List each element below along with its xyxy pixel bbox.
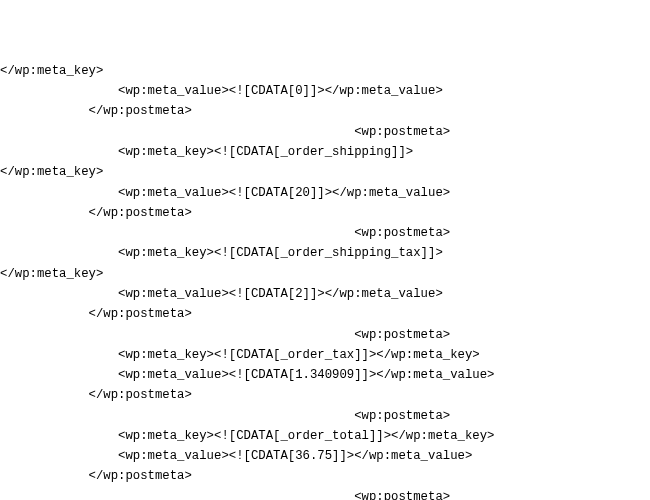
code-line: <wp:meta_key><![CDATA[_order_shipping_ta… xyxy=(0,243,650,263)
xml-code-block: </wp:meta_key> <wp:meta_value><![CDATA[0… xyxy=(0,61,650,500)
code-line: </wp:meta_key> xyxy=(0,162,650,182)
code-line: <wp:postmeta> xyxy=(0,406,650,426)
code-line: <wp:meta_value><![CDATA[1.340909]]></wp:… xyxy=(0,365,650,385)
code-line: </wp:postmeta> xyxy=(0,385,650,405)
code-line: <wp:postmeta> xyxy=(0,223,650,243)
code-line: <wp:meta_key><![CDATA[_order_tax]]></wp:… xyxy=(0,345,650,365)
code-line: </wp:postmeta> xyxy=(0,304,650,324)
code-line: <wp:meta_key><![CDATA[_order_shipping]]> xyxy=(0,142,650,162)
code-line: </wp:meta_key> xyxy=(0,61,650,81)
code-line: <wp:meta_key><![CDATA[_order_total]]></w… xyxy=(0,426,650,446)
code-line: </wp:meta_key> xyxy=(0,264,650,284)
code-line: <wp:postmeta> xyxy=(0,122,650,142)
code-line: <wp:postmeta> xyxy=(0,487,650,500)
code-line: <wp:meta_value><![CDATA[20]]></wp:meta_v… xyxy=(0,183,650,203)
code-line: </wp:postmeta> xyxy=(0,203,650,223)
code-line: <wp:meta_value><![CDATA[0]]></wp:meta_va… xyxy=(0,81,650,101)
code-line: </wp:postmeta> xyxy=(0,101,650,121)
code-line: <wp:meta_value><![CDATA[36.75]]></wp:met… xyxy=(0,446,650,466)
code-line: </wp:postmeta> xyxy=(0,466,650,486)
code-line: <wp:postmeta> xyxy=(0,325,650,345)
code-line: <wp:meta_value><![CDATA[2]]></wp:meta_va… xyxy=(0,284,650,304)
